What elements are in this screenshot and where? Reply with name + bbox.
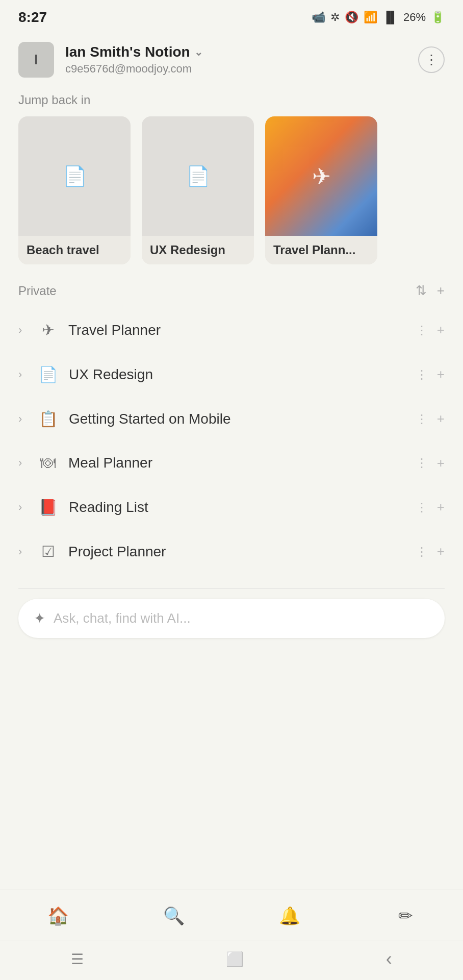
nav-plus-icon[interactable]: + (437, 366, 445, 382)
nav-item-actions: ⋮ + (416, 366, 445, 382)
avatar[interactable]: I (18, 42, 54, 78)
wifi-icon: 📶 (364, 11, 377, 24)
nav-item-actions: ⋮ + (416, 455, 445, 471)
reading-list-nav-icon: 📕 (39, 498, 58, 516)
android-home-button[interactable]: ⬜ (226, 951, 244, 968)
getting-started-nav-icon: 📋 (39, 410, 58, 428)
nav-label-meal-planner: Meal Planner (68, 455, 416, 471)
private-label: Private (18, 284, 57, 298)
nav-item-actions: ⋮ + (416, 322, 445, 338)
edit-icon: ✏ (398, 905, 413, 926)
workspace-chevron-icon: ⌄ (194, 46, 203, 58)
card-image-ux-redesign: 📄 (142, 116, 254, 236)
nav-plus-icon[interactable]: + (437, 411, 445, 427)
nav-label-reading-list: Reading List (69, 499, 416, 516)
header-text: Ian Smith's Notion ⌄ c9e5676d@moodjoy.co… (65, 44, 203, 76)
search-icon: 🔍 (163, 905, 185, 926)
chevron-icon: › (18, 456, 30, 470)
nav-item-travel-planner[interactable]: › ✈ Travel Planner ⋮ + (0, 308, 463, 352)
document-icon: 📄 (186, 165, 210, 187)
chevron-icon: › (18, 501, 30, 514)
nav-item-ux-redesign[interactable]: › 📄 UX Redesign ⋮ + (0, 352, 463, 397)
card-title-beach-travel: Beach travel (18, 236, 131, 264)
android-menu-button[interactable]: ☰ (71, 951, 84, 968)
nav-dots-icon[interactable]: ⋮ (416, 412, 428, 426)
nav-label-ux-redesign: UX Redesign (69, 366, 416, 383)
header-left: I Ian Smith's Notion ⌄ c9e5676d@moodjoy.… (18, 42, 203, 78)
nav-item-actions: ⋮ + (416, 499, 445, 515)
workspace-name[interactable]: Ian Smith's Notion ⌄ (65, 44, 203, 60)
camera-icon: 📹 (312, 11, 325, 24)
mute-icon: 🔇 (345, 11, 358, 24)
card-image-beach-travel: 📄 (18, 116, 131, 236)
nav-item-actions: ⋮ + (416, 411, 445, 427)
header: I Ian Smith's Notion ⌄ c9e5676d@moodjoy.… (0, 32, 463, 88)
status-bar: 8:27 📹 ✲ 🔇 📶 ▐▌ 26% 🔋 (0, 0, 463, 32)
nav-item-reading-list[interactable]: › 📕 Reading List ⋮ + (0, 485, 463, 529)
nav-dots-icon[interactable]: ⋮ (416, 368, 428, 382)
workspace-email: c9e5676d@moodjoy.com (65, 62, 203, 76)
document-icon: 📄 (63, 165, 87, 187)
nav-dots-icon[interactable]: ⋮ (416, 456, 428, 470)
battery-icon: 🔋 (431, 11, 445, 24)
ai-search-bar[interactable]: ✦ Ask, chat, find with AI... (18, 599, 445, 638)
nav-label-project-planner: Project Planner (68, 544, 416, 560)
plane-icon: ✈ (312, 163, 331, 189)
project-planner-nav-icon: ☑ (39, 543, 57, 560)
card-travel-planner[interactable]: ✈ Travel Plann... (265, 116, 377, 264)
status-time: 8:27 (18, 9, 47, 26)
card-title-travel-planner: Travel Plann... (265, 236, 377, 264)
nav-plus-icon[interactable]: + (437, 499, 445, 515)
android-nav: ☰ ⬜ ‹ (0, 941, 463, 980)
nav-plus-icon[interactable]: + (437, 455, 445, 471)
card-ux-redesign[interactable]: 📄 UX Redesign (142, 116, 254, 264)
nav-label-travel-planner: Travel Planner (68, 322, 416, 338)
card-beach-travel[interactable]: 📄 Beach travel (18, 116, 131, 264)
chevron-icon: › (18, 368, 30, 381)
card-image-travel-planner: ✈ (265, 116, 377, 236)
ai-sparkle-icon: ✦ (34, 610, 45, 627)
plane-nav-icon: ✈ (39, 321, 57, 339)
nav-dots-icon[interactable]: ⋮ (416, 545, 428, 559)
add-private-icon[interactable]: + (437, 283, 445, 299)
divider (18, 588, 445, 589)
more-icon: ⋮ (425, 52, 438, 68)
bluetooth-icon: ✲ (330, 11, 340, 24)
nav-dots-icon[interactable]: ⋮ (416, 323, 428, 337)
home-nav-button[interactable]: 🏠 (38, 900, 79, 931)
signal-icon: ▐▌ (382, 11, 398, 24)
search-nav-button[interactable]: 🔍 (153, 900, 194, 931)
status-icons: 📹 ✲ 🔇 📶 ▐▌ 26% 🔋 (312, 11, 445, 24)
chevron-icon: › (18, 412, 30, 426)
nav-item-getting-started[interactable]: › 📋 Getting Started on Mobile ⋮ + (0, 397, 463, 441)
chevron-icon: › (18, 545, 30, 558)
nav-plus-icon[interactable]: + (437, 544, 445, 559)
ai-search-placeholder: Ask, chat, find with AI... (54, 610, 191, 626)
bell-icon: 🔔 (279, 905, 300, 926)
home-icon: 🏠 (47, 905, 69, 926)
nav-plus-icon[interactable]: + (437, 322, 445, 338)
recent-cards: 📄 Beach travel 📄 UX Redesign ✈ Travel Pl… (0, 116, 463, 264)
sort-icon[interactable]: ⇅ (416, 283, 427, 299)
chevron-icon: › (18, 324, 30, 337)
android-back-button[interactable]: ‹ (386, 948, 392, 970)
nav-item-actions: ⋮ + (416, 544, 445, 559)
battery-label: 26% (403, 11, 426, 24)
notifications-nav-button[interactable]: 🔔 (269, 900, 310, 931)
edit-nav-button[interactable]: ✏ (385, 900, 426, 931)
doc-nav-icon: 📄 (39, 365, 58, 383)
bottom-nav: 🏠 🔍 🔔 ✏ (0, 890, 463, 939)
meal-planner-nav-icon: 🍽 (39, 454, 57, 472)
nav-item-meal-planner[interactable]: › 🍽 Meal Planner ⋮ + (0, 441, 463, 485)
jump-back-in-label: Jump back in (0, 88, 463, 116)
nav-list: › ✈ Travel Planner ⋮ + › 📄 UX Redesign ⋮… (0, 304, 463, 578)
nav-item-project-planner[interactable]: › ☑ Project Planner ⋮ + (0, 529, 463, 574)
card-title-ux-redesign: UX Redesign (142, 236, 254, 264)
private-actions: ⇅ + (416, 283, 445, 299)
nav-label-getting-started: Getting Started on Mobile (69, 411, 416, 427)
more-options-button[interactable]: ⋮ (418, 46, 445, 73)
private-section-header: Private ⇅ + (0, 264, 463, 304)
nav-dots-icon[interactable]: ⋮ (416, 500, 428, 514)
